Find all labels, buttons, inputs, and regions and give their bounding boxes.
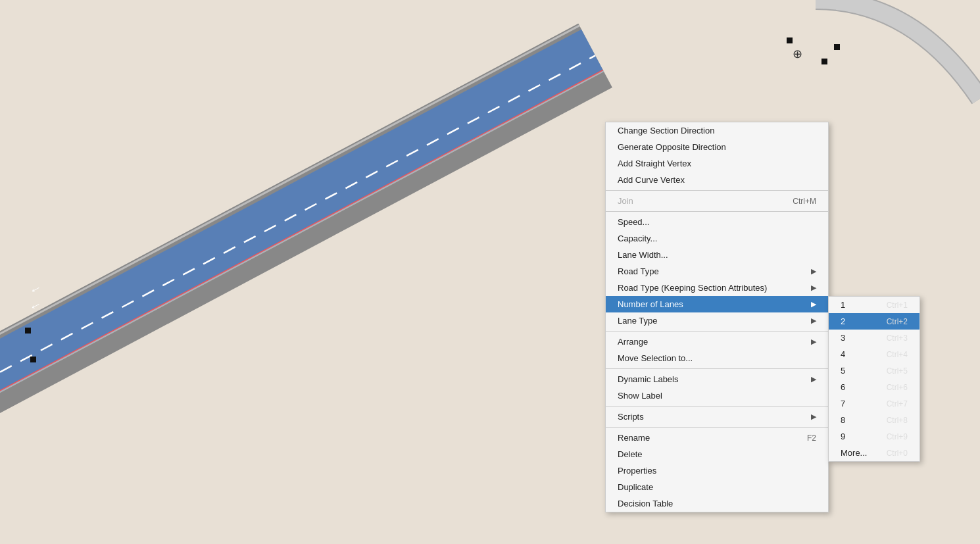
number-of-lanes-submenu: 1Ctrl+12Ctrl+23Ctrl+34Ctrl+45Ctrl+56Ctrl…: [828, 296, 920, 462]
menu-item-add-curve-vertex[interactable]: Add Curve Vertex: [606, 172, 828, 188]
menu-item-label: Add Curve Vertex: [618, 175, 685, 185]
menu-item-label: Change Section Direction: [618, 126, 714, 136]
submenu-item-label: 3: [841, 333, 845, 343]
menu-item-label: Move Selection to...: [618, 353, 693, 363]
menu-separator: [606, 368, 828, 369]
submenu-item-shortcut: Ctrl+1: [887, 301, 908, 310]
submenu-item-shortcut: Ctrl+8: [887, 416, 908, 425]
submenu-arrow-icon: ▶: [811, 267, 816, 276]
submenu-item-shortcut: Ctrl+2: [887, 317, 908, 326]
menu-item-join[interactable]: JoinCtrl+M: [606, 193, 828, 209]
submenu-arrow-icon: ▶: [811, 284, 816, 292]
menu-item-label: Number of Lanes: [618, 299, 683, 309]
menu-separator: [606, 190, 828, 191]
menu-item-scripts[interactable]: Scripts▶: [606, 408, 828, 425]
menu-item-duplicate[interactable]: Duplicate: [606, 479, 828, 495]
svg-text:⊕: ⊕: [793, 47, 802, 61]
svg-rect-10: [787, 37, 793, 43]
menu-item-generate-opposite-direction[interactable]: Generate Opposite Direction: [606, 139, 828, 155]
menu-item-show-label[interactable]: Show Label: [606, 387, 828, 404]
menu-separator: [606, 406, 828, 407]
menu-item-label: Join: [618, 196, 633, 206]
menu-item-arrange[interactable]: Arrange▶: [606, 334, 828, 350]
submenu-arrow-icon: ▶: [811, 412, 816, 421]
menu-item-label: Generate Opposite Direction: [618, 142, 726, 152]
menu-item-road-type[interactable]: Road Type▶: [606, 263, 828, 280]
submenu-item-label: 9: [841, 432, 845, 441]
svg-rect-9: [30, 357, 36, 362]
menu-item-delete[interactable]: Delete: [606, 446, 828, 462]
submenu-item-lane-6[interactable]: 6Ctrl+6: [829, 379, 919, 395]
submenu-item-lane-3[interactable]: 3Ctrl+3: [829, 330, 919, 346]
submenu-item-lane-4[interactable]: 4Ctrl+4: [829, 346, 919, 362]
menu-item-label: Lane Width...: [618, 250, 668, 260]
menu-item-change-section-direction[interactable]: Change Section Direction: [606, 122, 828, 139]
menu-item-speed[interactable]: Speed...: [606, 214, 828, 230]
menu-item-lane-type[interactable]: Lane Type▶: [606, 312, 828, 329]
menu-item-label: Add Straight Vertex: [618, 159, 691, 168]
submenu-item-shortcut: Ctrl+4: [887, 350, 908, 359]
svg-text:←: ←: [26, 280, 45, 299]
menu-separator: [606, 331, 828, 332]
submenu-item-lane-5[interactable]: 5Ctrl+5: [829, 362, 919, 379]
menu-item-lane-width[interactable]: Lane Width...: [606, 247, 828, 263]
menu-item-number-of-lanes[interactable]: Number of Lanes▶1Ctrl+12Ctrl+23Ctrl+34Ct…: [606, 296, 828, 312]
submenu-item-label: 4: [841, 349, 845, 359]
submenu-arrow-icon: ▶: [811, 316, 816, 325]
menu-item-shortcut: Ctrl+M: [793, 197, 816, 206]
menu-item-road-type-keeping[interactable]: Road Type (Keeping Section Attributes)▶: [606, 280, 828, 296]
submenu-item-lane-9[interactable]: 9Ctrl+9: [829, 428, 919, 445]
menu-item-move-selection-to[interactable]: Move Selection to...: [606, 350, 828, 366]
menu-item-properties[interactable]: Properties: [606, 462, 828, 479]
menu-item-label: Capacity...: [618, 234, 657, 243]
submenu-item-label: 1: [841, 300, 845, 310]
menu-item-label: Speed...: [618, 217, 649, 227]
svg-rect-8: [25, 328, 31, 334]
submenu-item-lane-more[interactable]: More...Ctrl+0: [829, 445, 919, 461]
menu-item-decision-table[interactable]: Decision Table: [606, 495, 828, 512]
submenu-item-shortcut: Ctrl+5: [887, 366, 908, 376]
menu-item-label: Duplicate: [618, 482, 653, 492]
svg-rect-12: [834, 44, 840, 50]
submenu-item-shortcut: Ctrl+6: [887, 383, 908, 392]
submenu-arrow-icon: ▶: [811, 300, 816, 309]
submenu-item-label: 2: [841, 316, 845, 326]
menu-item-label: Scripts: [618, 412, 644, 422]
submenu-item-lane-8[interactable]: 8Ctrl+8: [829, 412, 919, 428]
menu-item-label: Properties: [618, 466, 656, 476]
submenu-item-shortcut: Ctrl+0: [887, 449, 908, 458]
menu-item-dynamic-labels[interactable]: Dynamic Labels▶: [606, 371, 828, 387]
submenu-item-lane-1[interactable]: 1Ctrl+1: [829, 297, 919, 313]
submenu-item-lane-2[interactable]: 2Ctrl+2: [829, 313, 919, 330]
menu-item-add-straight-vertex[interactable]: Add Straight Vertex: [606, 155, 828, 172]
menu-item-label: Show Label: [618, 391, 662, 401]
menu-item-label: Decision Table: [618, 499, 673, 508]
menu-item-label: Lane Type: [618, 316, 657, 326]
submenu-item-shortcut: Ctrl+9: [887, 432, 908, 441]
submenu-item-label: 7: [841, 399, 845, 408]
menu-item-shortcut: F2: [807, 433, 816, 443]
menu-item-label: Dynamic Labels: [618, 374, 679, 384]
context-menu: Change Section DirectionGenerate Opposit…: [605, 122, 829, 512]
submenu-item-label: More...: [841, 448, 867, 458]
svg-rect-11: [821, 59, 827, 64]
menu-item-capacity[interactable]: Capacity...: [606, 230, 828, 247]
menu-item-rename[interactable]: RenameF2: [606, 430, 828, 446]
menu-separator: [606, 427, 828, 428]
menu-item-label: Rename: [618, 433, 650, 443]
submenu-item-label: 5: [841, 366, 845, 376]
submenu-item-lane-7[interactable]: 7Ctrl+7: [829, 395, 919, 412]
menu-item-label: Arrange: [618, 337, 648, 347]
submenu-arrow-icon: ▶: [811, 375, 816, 383]
submenu-item-label: 8: [841, 415, 845, 425]
submenu-item-label: 6: [841, 382, 845, 392]
menu-item-label: Road Type: [618, 266, 659, 276]
submenu-item-shortcut: Ctrl+3: [887, 334, 908, 343]
submenu-item-shortcut: Ctrl+7: [887, 399, 908, 408]
menu-separator: [606, 211, 828, 212]
menu-item-label: Delete: [618, 449, 643, 459]
menu-item-label: Road Type (Keeping Section Attributes): [618, 283, 767, 293]
submenu-arrow-icon: ▶: [811, 337, 816, 346]
